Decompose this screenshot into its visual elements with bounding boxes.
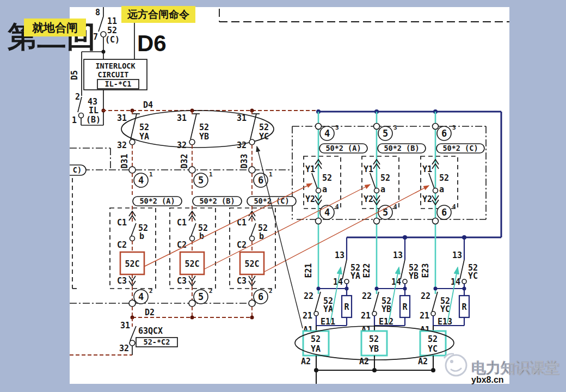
relay-52y-number: 52 [139,122,149,132]
node-sup: 2 [209,287,213,295]
terminal-22: 22 [362,291,372,301]
aux-52a-letter: a [380,185,385,194]
contact-52-phase: YB [382,304,391,314]
relay-63qcx-id: 52-*C2 [144,338,170,346]
terminal-31: 31 [177,113,187,123]
closing-coil-52c: 52C [244,259,259,269]
node-sup: 2 [269,287,273,295]
terminal-c1: C1 [177,218,187,228]
contact-52-phase: YC [468,271,478,281]
terminal-c2: C2 [117,240,127,250]
terminal-c2: C2 [177,240,187,250]
local-close-text: 就地合闸 [32,21,78,34]
aux-52b-letter: b [139,231,144,241]
node-number: 4 [138,175,144,186]
relay-43-b: (B) [86,115,101,125]
terminal-21: 21 [420,311,429,321]
d4-wire-label: D4 [143,100,153,110]
d32-wire-label: D32 [180,154,189,168]
terminal-32: 32 [177,140,187,150]
closing-coil-phase: YB [369,344,379,354]
aux-52a-letter: a [322,185,327,194]
relay-52y-number: 52 [199,122,209,132]
resistor-label: R [344,302,349,312]
terminal-y1: Y1 [422,164,432,174]
terminal-c1: C1 [237,218,247,228]
terminal-8: 8 [95,8,100,17]
e23-wire-label: E23 [421,263,430,278]
terminal-32: 32 [119,344,129,353]
terminal-1: 1 [72,115,77,125]
remote-close-label: 远方合闸命令 [121,6,195,23]
node-number: 6 [441,207,447,218]
closing-coil-52y: 52 [311,334,321,344]
terminal-y2: Y2 [305,194,315,204]
terminal-y1: Y1 [364,164,373,174]
terminal-31: 31 [237,113,247,123]
terminal-a2: A2 [301,357,311,366]
aux-52a-number: 52 [322,173,332,183]
closing-coil-phase: YA [311,344,321,354]
terminal-21: 21 [303,311,312,321]
terminal-13: 13 [452,250,462,260]
terminal-c3: C3 [237,276,247,286]
node-number: 6 [258,175,263,186]
terminal-11: 11 [107,16,117,26]
node-number: 6 [441,128,447,139]
resistor-label: R [462,302,467,312]
d5-wire-label: D5 [70,70,79,80]
terminal-a2: A2 [418,357,428,366]
terminal-c1: C1 [117,218,127,228]
aux-52a-letter: a [439,185,444,194]
node-sup: 3 [335,124,339,131]
contact-52-phase: YA [350,271,360,281]
local-close-label: 就地合闸 [24,19,86,36]
contact-52-phase: YA [323,304,333,314]
terminal-a2: A2 [359,357,369,366]
relay-52c-number: 52 [107,26,117,35]
relay-52y-phase: YB [199,132,209,142]
node-number: 5 [198,175,204,186]
relay-50-2-label: 50*2 (B) [199,197,235,205]
node-sup: 1 [209,171,213,178]
interlock-line1: INTERLOCK [95,62,136,70]
aux-52b-letter: b [199,231,204,241]
brand-url-text: ybx8.cn [471,375,504,384]
terminal-32: 32 [237,140,247,150]
closing-coil-phase: YC [428,344,438,354]
relay-43-il: IL [89,106,99,115]
node-number: 5 [198,291,204,302]
terminal-7: 7 [93,32,98,42]
relay-52y-phase: YA [139,132,149,142]
e21-wire-label: E21 [304,263,313,278]
terminal-21: 21 [361,311,371,321]
relay-50-2-label: 50*2 (B) [384,144,419,152]
node-number: 4 [138,291,144,302]
node-number: 6 [258,291,263,302]
node-sup: 3 [452,124,456,131]
closing-coil-52c: 52C [184,259,199,269]
terminal-c3: C3 [177,276,187,286]
aux-52a-number: 52 [439,173,449,183]
terminal-31: 31 [117,113,127,123]
node-sup: 4 [452,203,456,210]
terminal-2: 2 [75,92,80,102]
interlock-id: IL-*C1 [105,79,132,88]
terminal-13: 13 [393,250,403,260]
node-sup: 4 [335,203,339,210]
aux-52a-number: 52 [380,173,390,183]
brand-name-text: 电力知识课堂 [471,360,559,376]
terminal-22: 22 [421,291,430,301]
terminal-22: 22 [304,291,313,301]
relay-63qcx-label: 63QCX [138,326,163,336]
interlock-line2: CIRCUIT [98,70,129,79]
relay-52c-phase: (C) [105,35,120,45]
node-sup: 1 [149,171,153,178]
remote-close-text: 远方合闸命令 [127,9,189,20]
relay-50-2-label: 50*2 (A) [139,197,175,205]
relay-50-2-label: 50*2 (A) [325,144,361,152]
node-number: 4 [324,128,330,139]
node-number: 4 [324,207,330,218]
relay-52y-phase: YC [259,132,269,142]
contact-52-phase: YC [440,304,450,314]
